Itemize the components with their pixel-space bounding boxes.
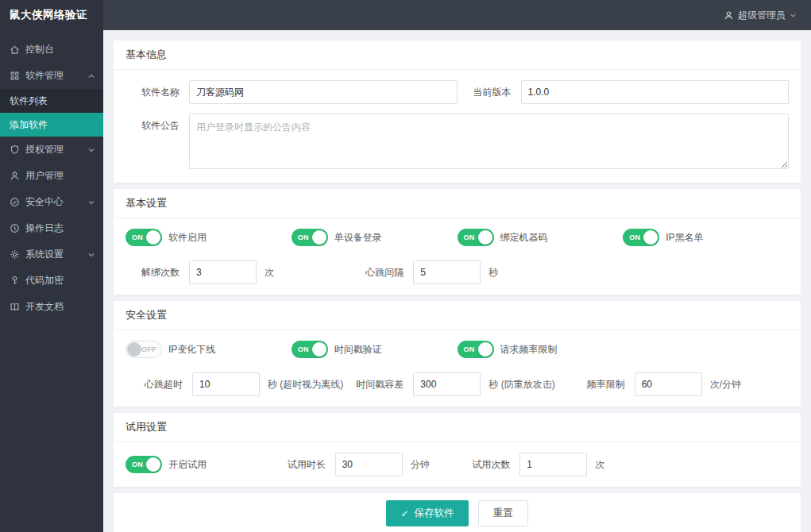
person-icon xyxy=(724,10,734,21)
sidebar-item-operation-log[interactable]: 操作日志 xyxy=(0,215,103,241)
sidebar-item-label: 开发文档 xyxy=(25,300,64,314)
trial-duration-input[interactable] xyxy=(335,453,403,476)
toggle-label: 软件启用 xyxy=(168,231,207,245)
user-menu[interactable]: 超级管理员 xyxy=(724,9,797,22)
trial-enabled-toggle[interactable]: ON xyxy=(126,456,162,473)
sidebar-item-label: 安全中心 xyxy=(25,195,64,209)
sidebar-item-add-software[interactable]: 添加软件 xyxy=(0,113,103,137)
toggle-label: 请求频率限制 xyxy=(500,343,558,357)
sidebar-item-software-list[interactable]: 软件列表 xyxy=(0,89,103,113)
sidebar: 鼠大侠网络验证 控制台软件管理软件列表添加软件授权管理用户管理安全中心操作日志系… xyxy=(0,0,103,532)
single-device-login-toggle[interactable]: ON xyxy=(292,229,328,246)
software-name-label: 软件名称 xyxy=(126,80,180,104)
toggle-state-label: ON xyxy=(132,461,143,468)
current-version-label: 当前版本 xyxy=(458,80,512,104)
toggle-label: IP黑名单 xyxy=(666,231,703,245)
timestamp-tolerance-label: 时间戳容差 xyxy=(346,372,404,396)
sidebar-item-label: 添加软件 xyxy=(10,118,48,132)
sidebar-item-label: 系统设置 xyxy=(25,248,64,261)
chevron-down-icon xyxy=(87,199,95,206)
current-version-input[interactable] xyxy=(521,80,790,104)
sidebar-item-label: 用户管理 xyxy=(25,169,64,183)
toggle-label: 单设备登录 xyxy=(334,231,382,245)
sidebar-item-software-management[interactable]: 软件管理 xyxy=(0,63,103,89)
chevron-down-icon xyxy=(87,146,95,154)
reset-button[interactable]: 重置 xyxy=(478,500,528,526)
home-icon xyxy=(10,44,20,55)
section-title-basic-settings: 基本设置 xyxy=(114,189,801,218)
software-enabled-toggle[interactable]: ON xyxy=(126,229,162,246)
sidebar-item-user-management[interactable]: 用户管理 xyxy=(0,163,103,189)
toggle-state-label: ON xyxy=(464,345,475,353)
sidebar-item-security-center[interactable]: 安全中心 xyxy=(0,189,103,215)
app-logo: 鼠大侠网络验证 xyxy=(0,0,103,30)
toggle-state-label: ON xyxy=(464,233,475,241)
ip-blacklist-toggle[interactable]: ON xyxy=(623,229,659,246)
software-name-input[interactable] xyxy=(189,80,458,104)
basic-info-card: 基本信息 软件名称 当前版本 软件公告 xyxy=(114,40,801,183)
top-header: 超级管理员 xyxy=(103,0,811,30)
shield-icon xyxy=(10,145,20,155)
section-title-basic-info: 基本信息 xyxy=(114,40,801,70)
heartbeat-interval-label: 心跳间隔 xyxy=(346,260,404,284)
rate-limit-label: 频率限制 xyxy=(568,372,625,396)
ip-change-offline-toggle[interactable]: OFF xyxy=(126,341,162,358)
unbind-count-label: 解绑次数 xyxy=(126,260,180,284)
toggle-knob xyxy=(146,457,160,472)
trial-count-input[interactable] xyxy=(519,453,587,476)
user-icon xyxy=(10,171,20,181)
toggle-state-label: OFF xyxy=(141,345,156,353)
toggle-knob xyxy=(146,230,160,245)
software-notice-textarea[interactable] xyxy=(189,114,789,169)
actions-card: ✓ 保存软件 重置 xyxy=(114,493,801,532)
toggle-state-label: ON xyxy=(298,233,309,241)
save-button-label: 保存软件 xyxy=(415,507,454,520)
toggle-state-label: ON xyxy=(298,345,309,353)
basic-settings-card: 基本设置 ON 软件启用 ON 单设备登录 ON 绑定机器码 ON IP黑名单 xyxy=(114,189,801,295)
toggle-knob xyxy=(478,230,492,245)
clock-icon xyxy=(10,223,20,233)
toggle-knob xyxy=(478,342,492,357)
save-software-button[interactable]: ✓ 保存软件 xyxy=(386,500,468,526)
timestamp-tolerance-unit: 秒 (防重放攻击) xyxy=(489,378,554,391)
toggle-label: 开启试用 xyxy=(168,458,207,472)
sidebar-item-label: 软件管理 xyxy=(25,69,64,83)
chevron-down-icon xyxy=(790,12,797,19)
unbind-count-input[interactable] xyxy=(189,260,257,284)
toggle-knob xyxy=(127,342,141,357)
circle-check-icon xyxy=(10,197,20,207)
sidebar-item-label: 操作日志 xyxy=(25,222,64,235)
sidebar-item-dev-docs[interactable]: 开发文档 xyxy=(0,294,103,320)
sidebar-item-system-settings[interactable]: 系统设置 xyxy=(0,241,103,268)
request-rate-limit-toggle[interactable]: ON xyxy=(458,341,494,358)
trial-count-label: 试用次数 xyxy=(456,453,510,476)
trial-duration-label: 试用时长 xyxy=(272,453,326,476)
trial-duration-unit: 分钟 xyxy=(411,458,430,472)
gear-icon xyxy=(10,249,20,260)
sidebar-item-code-encryption[interactable]: 代码加密 xyxy=(0,268,103,294)
rate-limit-unit: 次/分钟 xyxy=(710,378,741,391)
heartbeat-timeout-unit: 秒 (超时视为离线) xyxy=(268,378,343,391)
chevron-up-icon xyxy=(87,72,95,80)
reset-button-label: 重置 xyxy=(493,507,513,520)
bind-machine-code-toggle[interactable]: ON xyxy=(458,229,494,246)
check-icon: ✓ xyxy=(400,508,408,519)
sidebar-item-label: 代码加密 xyxy=(25,274,64,287)
key-icon xyxy=(10,276,20,286)
toggle-knob xyxy=(312,230,326,245)
sidebar-item-label: 控制台 xyxy=(25,43,54,56)
heartbeat-timeout-input[interactable] xyxy=(192,372,260,396)
sidebar-item-label: 授权管理 xyxy=(25,143,64,156)
timestamp-tolerance-input[interactable] xyxy=(413,372,481,396)
unbind-count-unit: 次 xyxy=(265,266,274,279)
sidebar-item-auth-management[interactable]: 授权管理 xyxy=(0,137,103,163)
timestamp-verify-toggle[interactable]: ON xyxy=(292,341,328,358)
heartbeat-interval-input[interactable] xyxy=(413,260,481,284)
sidebar-item-console[interactable]: 控制台 xyxy=(0,37,103,63)
section-title-trial-settings: 试用设置 xyxy=(114,413,801,442)
toggle-label: IP变化下线 xyxy=(168,343,215,357)
heartbeat-interval-unit: 秒 xyxy=(489,266,498,279)
user-name: 超级管理员 xyxy=(738,9,786,22)
chevron-down-icon xyxy=(87,251,95,259)
rate-limit-input[interactable] xyxy=(635,372,702,396)
